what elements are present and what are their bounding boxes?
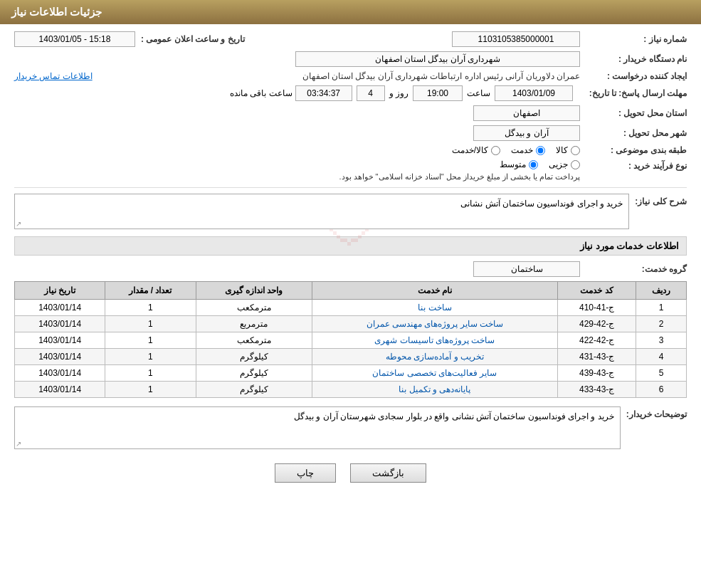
process-motavasset: متوسط <box>500 159 538 169</box>
radio-motavasset[interactable] <box>529 160 538 169</box>
cell-code: ج-43-433 <box>558 382 636 398</box>
col-row-num: ردیف <box>636 282 686 300</box>
cell-qty: 1 <box>105 349 196 365</box>
province-row: استان محل تحویل : اصفهان <box>14 105 687 121</box>
radio-jazei[interactable] <box>571 160 580 169</box>
cell-row-num: 3 <box>636 332 686 349</box>
cell-row-num: 6 <box>636 382 686 398</box>
table-row: 6 ج-43-433 پایانه‌دهی و تکمیل بنا کیلوگر… <box>15 382 687 398</box>
remaining-label: ساعت باقی مانده <box>230 88 292 98</box>
cell-name: پایانه‌دهی و تکمیل بنا <box>312 382 558 398</box>
table-header-row: ردیف کد خدمت نام خدمت واحد اندازه گیری ت… <box>15 282 687 300</box>
process-radio-group: جزیی متوسط <box>339 159 580 169</box>
time-label: ساعت <box>467 88 490 98</box>
cell-code: ج-43-431 <box>558 349 636 365</box>
cell-qty: 1 <box>105 332 196 349</box>
cell-date: 1403/01/14 <box>15 332 105 349</box>
service-group-row: گروه خدمت: ساختمان <box>14 261 687 277</box>
cell-date: 1403/01/14 <box>15 365 105 382</box>
cell-unit: مترمکعب <box>196 300 312 316</box>
buyer-notes-container: خرید و اجرای فونداسیون ساختمان آتش نشانی… <box>14 406 621 449</box>
process-row: نوع فرآیند خرید : جزیی متوسط پرداخت تمام… <box>14 159 687 182</box>
cell-row-num: 5 <box>636 365 686 382</box>
category-khedmat: خدمت <box>511 145 545 155</box>
cell-name: تخریب و آماده‌سازی محوطه <box>312 349 558 365</box>
creator-value: عمران دلاوریان آرانی رئیس اداره ارتباطات… <box>100 71 580 81</box>
cell-qty: 1 <box>105 316 196 332</box>
cell-unit: کیلوگرم <box>196 365 312 382</box>
cell-code: ج-41-410 <box>558 300 636 316</box>
buyer-org-value: شهرداری آران بیدگل استان اصفهان <box>295 51 580 67</box>
radio-kala-khedmat[interactable] <box>491 146 500 155</box>
print-button[interactable]: چاپ <box>275 463 336 483</box>
city-label: شهر محل تحویل : <box>580 128 687 138</box>
creator-label: ایجاد کننده درخواست : <box>580 71 687 81</box>
category-radio-group: کالا خدمت کالا/خدمت <box>452 145 580 155</box>
buyer-org-label: نام دستگاه خریدار : <box>580 54 687 64</box>
description-section: شرح کلی نیاز: خرید و اجرای فونداسیون ساخ… <box>14 194 687 229</box>
table-row: 2 ج-42-429 ساخت سایر پروژه‌های مهندسی عم… <box>15 316 687 332</box>
cell-unit: کیلوگرم <box>196 382 312 398</box>
page-header: جزئیات اطلاعات نیاز <box>0 0 701 24</box>
public-announce-label: تاریخ و ساعت اعلان عمومی : <box>135 34 245 44</box>
day-value: 4 <box>357 85 385 101</box>
col-quantity: تعداد / مقدار <box>105 282 196 300</box>
cell-row-num: 4 <box>636 349 686 365</box>
category-row: طبقه بندی موضوعی : کالا خدمت کالا/خدمت <box>14 145 687 155</box>
city-row: شهر محل تحویل : آران و بیدگل <box>14 125 687 141</box>
col-date: تاریخ نیاز <box>15 282 105 300</box>
cell-qty: 1 <box>105 382 196 398</box>
cell-name: ساخت بنا <box>312 300 558 316</box>
process-label: نوع فرآیند خرید : <box>580 159 687 171</box>
col-unit: واحد اندازه گیری <box>196 282 312 300</box>
table-row: 5 ج-43-439 سایر فعالیت‌های تخصصی ساختمان… <box>15 365 687 382</box>
cell-unit: مترمربع <box>196 316 312 332</box>
category-kala-khedmat: کالا/خدمت <box>452 145 500 155</box>
province-value: اصفهان <box>473 105 580 121</box>
city-value: آران و بیدگل <box>473 125 580 141</box>
page-title: جزئیات اطلاعات نیاز <box>11 6 102 18</box>
table-row: 3 ج-42-422 ساخت پروژه‌های تاسیسات شهری م… <box>15 332 687 349</box>
radio-kala[interactable] <box>571 146 580 155</box>
service-group-label: گروه خدمت: <box>580 264 687 274</box>
table-row: 4 ج-43-431 تخریب و آماده‌سازی محوطه کیلو… <box>15 349 687 365</box>
description-content: خرید و اجرای فونداسیون ساختمان آتش نشانی… <box>14 194 629 229</box>
time-value: 19:00 <box>413 85 463 101</box>
process-note: پرداخت تمام یا بخشی از مبلغ خریداز محل "… <box>339 172 580 182</box>
cell-row-num: 2 <box>636 316 686 332</box>
need-number-row: شماره نیاز : 1103105385000001 تاریخ و سا… <box>14 31 687 47</box>
cell-code: ج-43-439 <box>558 365 636 382</box>
cell-code: ج-42-429 <box>558 316 636 332</box>
cell-qty: 1 <box>105 365 196 382</box>
cell-code: ج-42-422 <box>558 332 636 349</box>
cell-unit: کیلوگرم <box>196 349 312 365</box>
description-label: شرح کلی نیاز: <box>629 194 687 206</box>
need-number-value: 1103105385000001 <box>452 31 580 47</box>
radio-khedmat[interactable] <box>536 146 545 155</box>
buyer-org-row: نام دستگاه خریدار : شهرداری آران بیدگل ا… <box>14 51 687 67</box>
cell-date: 1403/01/14 <box>15 316 105 332</box>
cell-name: سایر فعالیت‌های تخصصی ساختمان <box>312 365 558 382</box>
description-container: خرید و اجرای فونداسیون ساختمان آتش نشانی… <box>14 194 629 229</box>
service-group-value: ساختمان <box>473 261 580 277</box>
cell-row-num: 1 <box>636 300 686 316</box>
public-announce-value: 1403/01/05 - 15:18 <box>14 31 135 47</box>
buyer-notes-value: خرید و اجرای فونداسیون ساختمان آتش نشانی… <box>14 406 621 449</box>
need-number-label: شماره نیاز : <box>580 34 687 44</box>
cell-unit: مترمکعب <box>196 332 312 349</box>
services-section-title: اطلاعات خدمات مورد نیاز <box>14 236 687 256</box>
col-service-name: نام خدمت <box>312 282 558 300</box>
cell-name: ساخت پروژه‌های تاسیسات شهری <box>312 332 558 349</box>
back-button[interactable]: بازگشت <box>350 463 426 483</box>
deadline-row: مهلت ارسال پاسخ: تا تاریخ: 1403/01/09 سا… <box>14 85 687 101</box>
category-kala: کالا <box>556 145 580 155</box>
resize-indicator: ↗ <box>16 220 21 228</box>
services-table: ردیف کد خدمت نام خدمت واحد اندازه گیری ت… <box>14 281 687 398</box>
remaining-value: 03:34:37 <box>295 85 352 101</box>
footer-buttons: بازگشت چاپ <box>14 463 687 483</box>
date-value: 1403/01/09 <box>495 85 573 101</box>
col-service-code: کد خدمت <box>558 282 636 300</box>
resize-indicator-2: ↗ <box>16 440 21 448</box>
contact-link[interactable]: اطلاعات تماس خریدار <box>14 71 93 81</box>
buyer-notes-content: خرید و اجرای فونداسیون ساختمان آتش نشانی… <box>14 406 621 449</box>
